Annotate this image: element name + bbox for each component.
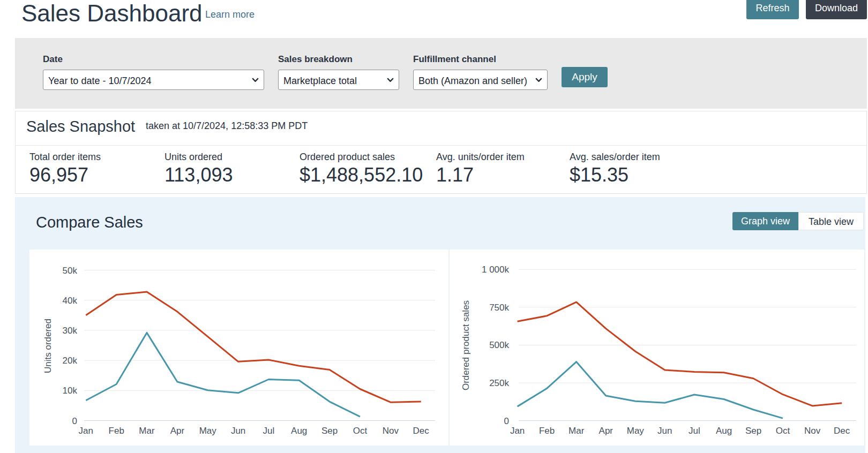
svg-text:Jun: Jun (657, 426, 672, 436)
svg-text:Feb: Feb (539, 426, 555, 436)
svg-text:0: 0 (504, 416, 509, 426)
svg-text:250k: 250k (489, 378, 509, 388)
svg-text:Mar: Mar (568, 426, 585, 436)
svg-text:50k: 50k (63, 266, 78, 276)
svg-text:Sep: Sep (745, 426, 761, 436)
svg-text:Dec: Dec (413, 426, 430, 436)
svg-text:Nov: Nov (804, 426, 821, 436)
svg-text:Oct: Oct (776, 426, 790, 436)
svg-text:Jan: Jan (510, 426, 525, 436)
svg-text:Mar: Mar (139, 426, 155, 436)
svg-text:30k: 30k (63, 326, 78, 336)
svg-text:Jan: Jan (79, 426, 93, 436)
svg-text:0: 0 (72, 416, 77, 426)
svg-text:Jul: Jul (689, 426, 700, 436)
svg-text:Apr: Apr (599, 426, 613, 436)
svg-text:May: May (199, 426, 217, 436)
svg-text:20k: 20k (63, 356, 78, 366)
svg-text:Ordered product sales: Ordered product sales (461, 300, 471, 390)
svg-text:Jun: Jun (231, 426, 245, 436)
svg-text:Aug: Aug (291, 426, 307, 436)
svg-text:Apr: Apr (170, 426, 185, 436)
svg-text:40k: 40k (63, 296, 78, 306)
svg-text:1 000k: 1 000k (482, 265, 510, 275)
svg-text:Units ordered: Units ordered (43, 319, 53, 373)
svg-text:500k: 500k (489, 340, 509, 350)
svg-text:10k: 10k (63, 386, 78, 396)
svg-text:Jul: Jul (263, 426, 275, 436)
svg-text:May: May (627, 426, 645, 436)
svg-text:750k: 750k (489, 303, 509, 313)
svg-text:Feb: Feb (109, 426, 124, 436)
svg-text:Dec: Dec (834, 426, 850, 436)
svg-text:Oct: Oct (353, 426, 368, 436)
svg-text:Aug: Aug (716, 426, 732, 436)
svg-text:Sep: Sep (321, 426, 338, 436)
svg-text:Nov: Nov (383, 426, 399, 436)
